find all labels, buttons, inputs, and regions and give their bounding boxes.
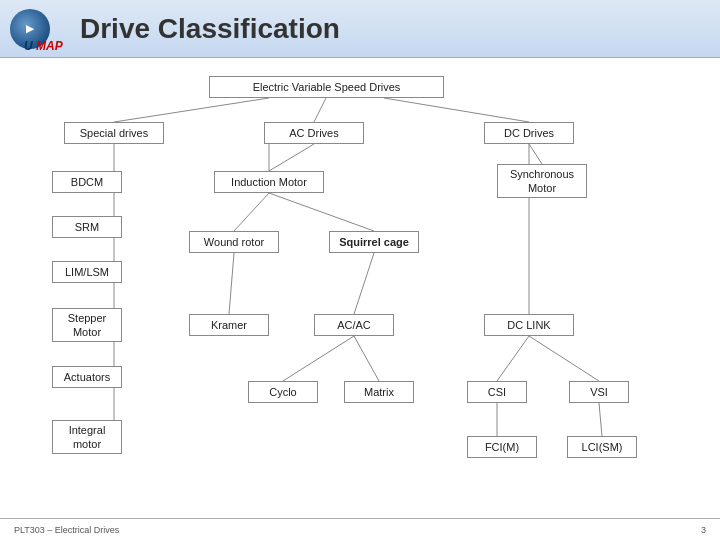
box-special: Special drives — [64, 122, 164, 144]
svg-line-17 — [283, 336, 354, 381]
box-wound: Wound rotor — [189, 231, 279, 253]
box-fcim: FCI(M) — [467, 436, 537, 458]
box-limlsm: LIM/LSM — [52, 261, 122, 283]
box-evsd: Electric Variable Speed Drives — [209, 76, 444, 98]
box-acac: AC/AC — [314, 314, 394, 336]
box-srm: SRM — [52, 216, 122, 238]
box-dclink: DC LINK — [484, 314, 574, 336]
box-lcism: LCI(SM) — [567, 436, 637, 458]
logo-map: MAP — [36, 39, 63, 53]
svg-line-15 — [229, 253, 234, 314]
svg-line-14 — [269, 193, 374, 231]
box-actuators: Actuators — [52, 366, 122, 388]
box-csi: CSI — [467, 381, 527, 403]
svg-line-24 — [599, 403, 602, 436]
box-integral: Integral motor — [52, 420, 122, 454]
svg-line-1 — [114, 98, 269, 122]
svg-line-19 — [529, 144, 542, 164]
page-number: 3 — [701, 525, 706, 535]
box-induction: Induction Motor — [214, 171, 324, 193]
svg-line-0 — [314, 98, 326, 122]
drive-classification-diagram: Electric Variable Speed Drives Special d… — [14, 66, 706, 516]
box-ac: AC Drives — [264, 122, 364, 144]
svg-line-18 — [354, 336, 379, 381]
svg-line-22 — [529, 336, 599, 381]
box-squirrel: Squirrel cage — [329, 231, 419, 253]
logo-u: U — [24, 39, 33, 53]
box-vsi: VSI — [569, 381, 629, 403]
logo: ▶ U MAP — [10, 5, 70, 53]
course-label: PLT303 – Electrical Drives — [14, 525, 119, 535]
svg-line-11 — [269, 144, 314, 171]
box-synchronous: Synchronous Motor — [497, 164, 587, 198]
box-dc: DC Drives — [484, 122, 574, 144]
svg-line-13 — [234, 193, 269, 231]
footer: PLT303 – Electrical Drives 3 — [0, 518, 720, 540]
svg-line-2 — [384, 98, 529, 122]
svg-line-21 — [497, 336, 529, 381]
header: ▶ U MAP Drive Classification — [0, 0, 720, 58]
box-bdcm: BDCM — [52, 171, 122, 193]
box-kramer: Kramer — [189, 314, 269, 336]
box-matrix: Matrix — [344, 381, 414, 403]
page-title: Drive Classification — [80, 13, 340, 45]
box-stepper: Stepper Motor — [52, 308, 122, 342]
main-content: Electric Variable Speed Drives Special d… — [0, 58, 720, 526]
box-cyclo: Cyclo — [248, 381, 318, 403]
svg-line-16 — [354, 253, 374, 314]
